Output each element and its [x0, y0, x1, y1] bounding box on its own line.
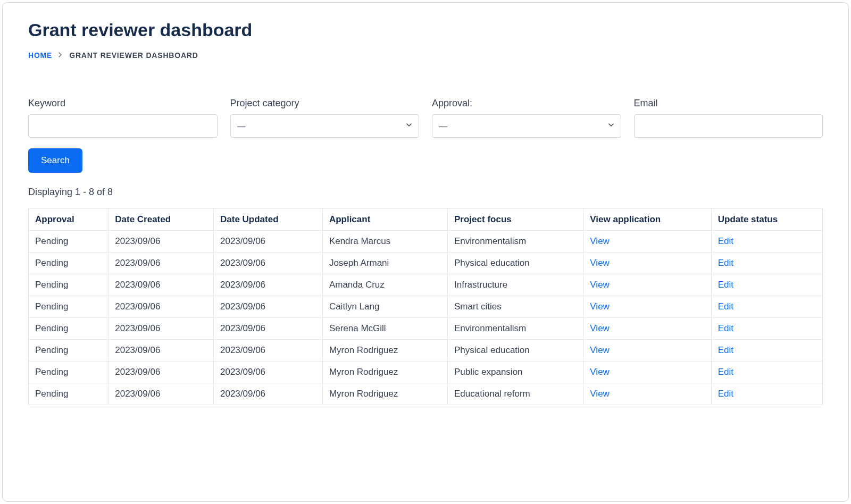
- cell-date-created: 2023/09/06: [109, 383, 214, 405]
- col-approval: Approval: [29, 209, 109, 231]
- cell-edit: Edit: [711, 253, 822, 274]
- cell-applicant: Myron Rodriguez: [322, 340, 447, 362]
- col-view-application: View application: [583, 209, 711, 231]
- table-row: Pending2023/09/062023/09/06Caitlyn LangS…: [29, 296, 823, 318]
- cell-date-updated: 2023/09/06: [213, 383, 322, 405]
- table-row: Pending2023/09/062023/09/06Kendra Marcus…: [29, 231, 823, 253]
- view-link[interactable]: View: [590, 236, 610, 246]
- view-link[interactable]: View: [590, 345, 610, 355]
- cell-view: View: [583, 231, 711, 253]
- cell-approval: Pending: [29, 362, 109, 383]
- project-category-select[interactable]: —: [230, 114, 420, 138]
- cell-applicant: Joseph Armani: [322, 253, 447, 274]
- cell-applicant: Kendra Marcus: [322, 231, 447, 253]
- cell-date-updated: 2023/09/06: [213, 296, 322, 318]
- cell-date-created: 2023/09/06: [109, 296, 214, 318]
- edit-link[interactable]: Edit: [718, 367, 733, 377]
- filter-bar: Keyword Project category — Approval: —: [28, 98, 823, 138]
- cell-edit: Edit: [711, 383, 822, 405]
- cell-date-updated: 2023/09/06: [213, 362, 322, 383]
- edit-link[interactable]: Edit: [718, 280, 733, 290]
- cell-edit: Edit: [711, 340, 822, 362]
- approval-select[interactable]: —: [432, 114, 621, 138]
- table-header-row: Approval Date Created Date Updated Appli…: [29, 209, 823, 231]
- cell-date-updated: 2023/09/06: [213, 340, 322, 362]
- breadcrumb-current: GRANT REVIEWER DASHBOARD: [69, 51, 198, 60]
- filter-email: Email: [634, 98, 823, 138]
- cell-approval: Pending: [29, 340, 109, 362]
- table-row: Pending2023/09/062023/09/06Amanda CruzIn…: [29, 274, 823, 296]
- table-row: Pending2023/09/062023/09/06Myron Rodrigu…: [29, 340, 823, 362]
- email-input[interactable]: [634, 114, 823, 138]
- cell-project-focus: Public expansion: [448, 362, 583, 383]
- cell-project-focus: Educational reform: [448, 383, 583, 405]
- view-link[interactable]: View: [590, 258, 610, 268]
- keyword-input[interactable]: [28, 114, 218, 138]
- approval-label: Approval:: [432, 98, 621, 109]
- cell-approval: Pending: [29, 383, 109, 405]
- col-update-status: Update status: [711, 209, 822, 231]
- cell-project-focus: Environmentalism: [448, 231, 583, 253]
- results-count: Displaying 1 - 8 of 8: [28, 187, 823, 198]
- view-link[interactable]: View: [590, 367, 610, 377]
- cell-applicant: Serena McGill: [322, 318, 447, 340]
- cell-project-focus: Physical education: [448, 340, 583, 362]
- cell-edit: Edit: [711, 274, 822, 296]
- col-date-updated: Date Updated: [213, 209, 322, 231]
- cell-view: View: [583, 383, 711, 405]
- cell-date-updated: 2023/09/06: [213, 231, 322, 253]
- edit-link[interactable]: Edit: [718, 258, 733, 268]
- cell-applicant: Caitlyn Lang: [322, 296, 447, 318]
- cell-applicant: Myron Rodriguez: [322, 383, 447, 405]
- results-table: Approval Date Created Date Updated Appli…: [28, 208, 823, 405]
- cell-date-created: 2023/09/06: [109, 340, 214, 362]
- col-date-created: Date Created: [109, 209, 214, 231]
- cell-approval: Pending: [29, 296, 109, 318]
- view-link[interactable]: View: [590, 323, 610, 333]
- cell-view: View: [583, 340, 711, 362]
- search-button[interactable]: Search: [28, 148, 82, 173]
- cell-applicant: Myron Rodriguez: [322, 362, 447, 383]
- edit-link[interactable]: Edit: [718, 389, 733, 399]
- cell-date-created: 2023/09/06: [109, 231, 214, 253]
- table-row: Pending2023/09/062023/09/06Myron Rodrigu…: [29, 362, 823, 383]
- cell-approval: Pending: [29, 274, 109, 296]
- edit-link[interactable]: Edit: [718, 236, 733, 246]
- cell-view: View: [583, 318, 711, 340]
- cell-edit: Edit: [711, 362, 822, 383]
- cell-date-updated: 2023/09/06: [213, 253, 322, 274]
- cell-view: View: [583, 296, 711, 318]
- cell-date-updated: 2023/09/06: [213, 318, 322, 340]
- cell-approval: Pending: [29, 318, 109, 340]
- cell-edit: Edit: [711, 318, 822, 340]
- view-link[interactable]: View: [590, 280, 610, 290]
- filter-keyword: Keyword: [28, 98, 218, 138]
- cell-date-created: 2023/09/06: [109, 274, 214, 296]
- cell-date-created: 2023/09/06: [109, 318, 214, 340]
- edit-link[interactable]: Edit: [718, 323, 733, 333]
- filter-approval: Approval: —: [432, 98, 621, 138]
- page-title: Grant reviewer dashboard: [28, 20, 823, 40]
- table-row: Pending2023/09/062023/09/06Joseph Armani…: [29, 253, 823, 274]
- table-row: Pending2023/09/062023/09/06Myron Rodrigu…: [29, 383, 823, 405]
- cell-view: View: [583, 274, 711, 296]
- keyword-label: Keyword: [28, 98, 218, 109]
- table-row: Pending2023/09/062023/09/06Serena McGill…: [29, 318, 823, 340]
- cell-approval: Pending: [29, 253, 109, 274]
- cell-date-updated: 2023/09/06: [213, 274, 322, 296]
- cell-applicant: Amanda Cruz: [322, 274, 447, 296]
- cell-view: View: [583, 253, 711, 274]
- project-category-label: Project category: [230, 98, 420, 109]
- cell-project-focus: Physical education: [448, 253, 583, 274]
- view-link[interactable]: View: [590, 389, 610, 399]
- cell-project-focus: Environmentalism: [448, 318, 583, 340]
- cell-project-focus: Smart cities: [448, 296, 583, 318]
- view-link[interactable]: View: [590, 301, 610, 312]
- edit-link[interactable]: Edit: [718, 345, 733, 355]
- cell-date-created: 2023/09/06: [109, 253, 214, 274]
- breadcrumb: HOME GRANT REVIEWER DASHBOARD: [28, 51, 823, 60]
- cell-date-created: 2023/09/06: [109, 362, 214, 383]
- edit-link[interactable]: Edit: [718, 301, 733, 312]
- email-label: Email: [634, 98, 823, 109]
- breadcrumb-home-link[interactable]: HOME: [28, 51, 52, 60]
